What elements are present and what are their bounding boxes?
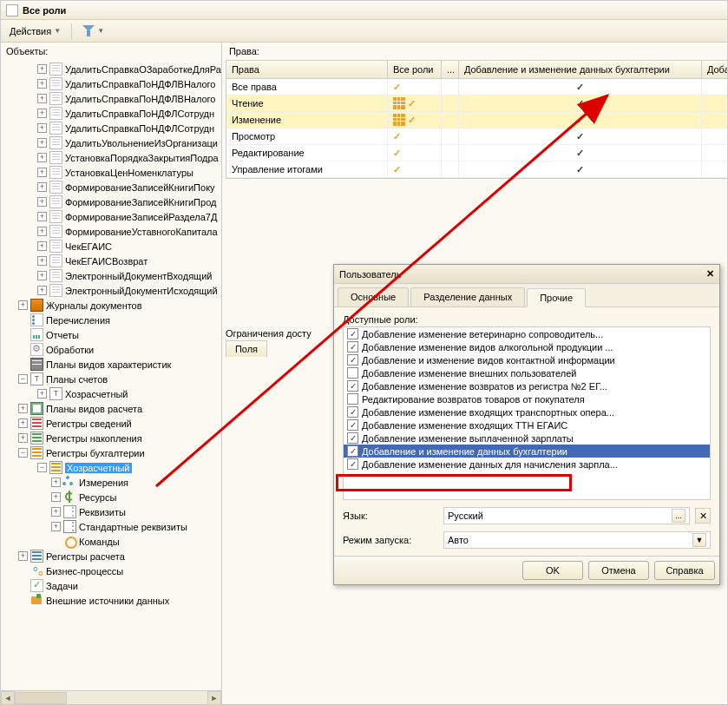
role-item[interactable]: Добавление и изменение видов контактной … (344, 353, 710, 366)
rights-row[interactable]: Просмотр✓✓ (226, 128, 727, 145)
tree-item[interactable]: +УдалитьСправкаПоНДФЛВНалого (1, 91, 221, 106)
expander-icon[interactable]: + (18, 433, 28, 443)
expander-icon[interactable]: − (18, 448, 28, 458)
tree-item-calc-registers[interactable]: +Регистры расчета (1, 549, 221, 563)
expander-icon[interactable]: + (37, 123, 47, 133)
rights-row[interactable]: Изменение ✓✓ (226, 112, 727, 128)
expander-icon[interactable]: + (37, 197, 47, 207)
role-item[interactable]: Добавление изменение ветеринарно сопрово… (344, 327, 710, 340)
tree-item-book-registers[interactable]: −Регистры бухгалтерии (1, 445, 221, 460)
col-header-name[interactable]: Права (226, 61, 388, 79)
scroll-right-icon[interactable]: ► (207, 691, 221, 705)
objects-tree[interactable]: +УдалитьСправкаОЗаработкеДляРа +УдалитьС… (1, 60, 221, 690)
tree-item-dimensions[interactable]: +Измерения (1, 475, 221, 490)
checkbox[interactable] (347, 354, 358, 366)
tree-item[interactable]: +ЧекЕГАИС (1, 239, 221, 254)
expander-icon[interactable]: + (18, 300, 28, 310)
tab-other[interactable]: Прочие (527, 288, 586, 307)
expander-icon[interactable]: + (51, 478, 61, 487)
role-item[interactable]: Добавление изменение входящих ТТН ЕГАИС (344, 418, 710, 432)
tree-item-attributes[interactable]: +Реквизиты (1, 504, 221, 519)
scroll-left-icon[interactable]: ◄ (1, 691, 15, 705)
help-button[interactable]: Справка (654, 561, 715, 580)
tab-fields[interactable]: Поля (226, 340, 267, 357)
expander-icon[interactable]: + (37, 256, 47, 266)
rights-row[interactable]: Управление итогами✓✓ (226, 161, 727, 178)
expander-icon[interactable]: − (18, 374, 28, 384)
tree-item[interactable]: +ФормированиеУставногоКапитала (1, 224, 221, 239)
actions-menu[interactable]: Действия ▼ (6, 24, 64, 38)
expander-icon[interactable]: + (37, 153, 47, 162)
expander-icon[interactable]: + (37, 64, 47, 74)
col-header-all[interactable]: Все роли (388, 61, 442, 79)
checkbox[interactable] (347, 328, 358, 339)
tree-item[interactable]: +ФормированиеЗаписейКнигиПоку (1, 180, 221, 194)
checkbox[interactable] (347, 380, 358, 392)
tab-data-separation[interactable]: Разделение данных (410, 287, 525, 306)
expander-icon[interactable]: + (37, 138, 47, 148)
checkbox[interactable] (347, 419, 358, 431)
role-item[interactable]: Добавление и изменение данных бухгалтери… (344, 445, 710, 458)
scroll-thumb[interactable] (15, 692, 67, 704)
tree-item-selected[interactable]: −Хозрасчетный (1, 460, 221, 475)
role-item[interactable]: Добавление изменение данных для начислен… (344, 458, 710, 471)
tree-item-std-attributes[interactable]: +Стандартные реквизиты (1, 519, 221, 534)
role-item[interactable]: Добавление изменение выплаченной зарплат… (344, 432, 710, 445)
role-item[interactable]: Добавление изменение внешних пользовател… (344, 366, 710, 379)
tree-item[interactable]: +ЭлектронныйДокументВходящий (1, 268, 221, 283)
expander-icon[interactable]: + (37, 182, 47, 192)
col-header-last[interactable]: Добавл (702, 61, 727, 79)
expander-icon[interactable]: + (18, 404, 28, 413)
expander-icon[interactable]: − (37, 463, 47, 472)
clear-button[interactable]: ✕ (695, 508, 711, 524)
tree-item[interactable]: +УстановкаЦенНоменклатуры (1, 165, 221, 180)
chevron-down-icon[interactable]: ▼ (692, 533, 706, 547)
ellipsis-icon[interactable]: ... (672, 509, 685, 523)
tree-item-bp[interactable]: +Бизнес-процессы (1, 563, 221, 578)
tree-item[interactable]: +УстановкаПорядкаЗакрытияПодра (1, 150, 221, 165)
tree-item-tasks[interactable]: +Задачи (1, 578, 221, 593)
checkbox[interactable] (347, 393, 358, 405)
expander-icon[interactable]: + (37, 94, 47, 103)
checkbox[interactable] (347, 458, 358, 470)
close-icon[interactable]: ✕ (706, 268, 714, 280)
checkbox[interactable] (347, 367, 358, 379)
tree-item-info-registers[interactable]: +Регистры сведений (1, 416, 221, 431)
expander-icon[interactable]: + (51, 492, 61, 502)
role-item[interactable]: Добавление изменение входящих транспортн… (344, 405, 710, 418)
expander-icon[interactable]: + (51, 522, 61, 531)
role-item[interactable]: Добавление изменение видов алкогольной п… (344, 340, 710, 353)
checkbox[interactable] (347, 406, 358, 418)
tree-item-processing[interactable]: +Обработки (1, 342, 221, 357)
language-select[interactable]: Русский ... (443, 507, 690, 524)
filter-button[interactable]: ▼ (79, 23, 108, 39)
tree-item[interactable]: +УдалитьСправкаПоНДФЛВНалого (1, 76, 221, 91)
rights-row[interactable]: Чтение ✓✓ (226, 96, 727, 112)
col-header-dots[interactable]: ... (442, 61, 459, 79)
expander-icon[interactable]: + (37, 212, 47, 221)
tree-item-resources[interactable]: +Ресурсы (1, 490, 221, 504)
col-header-add[interactable]: Добавление и изменение данных бухгалтери… (459, 61, 702, 79)
cancel-button[interactable]: Отмена (588, 561, 649, 580)
tree-item[interactable]: +УдалитьСправкаПоНДФЛСотрудн (1, 106, 221, 121)
tree-item[interactable]: +УдалитьУвольнениеИзОрганизаци (1, 135, 221, 150)
tree-item-accounts[interactable]: −Планы счетов (1, 372, 221, 386)
tree-item[interactable]: +УдалитьСправкаОЗаработкеДляРа (1, 62, 221, 76)
tree-item-char-types[interactable]: +Планы видов характеристик (1, 357, 221, 372)
tree-item-reports[interactable]: +Отчеты (1, 327, 221, 342)
horizontal-scrollbar[interactable]: ◄ ► (1, 690, 221, 704)
expander-icon[interactable]: + (18, 551, 28, 561)
checkbox[interactable] (347, 445, 358, 457)
checkbox[interactable] (347, 432, 358, 444)
tree-item-enums[interactable]: +Перечисления (1, 313, 221, 327)
rights-row[interactable]: Все права✓✓ (226, 79, 727, 96)
expander-icon[interactable]: + (37, 271, 47, 280)
rights-row[interactable]: Редактирование✓✓ (226, 145, 727, 161)
startup-mode-select[interactable]: Авто ▼ (443, 531, 711, 549)
tree-item[interactable]: +ФормированиеЗаписейРаздела7Д (1, 209, 221, 224)
tree-item-journals[interactable]: +Журналы документов (1, 298, 221, 313)
expander-icon[interactable]: + (37, 168, 47, 177)
tree-item[interactable]: +УдалитьСправкаПоНДФЛСотрудн (1, 121, 221, 135)
expander-icon[interactable]: + (37, 389, 47, 399)
tree-item[interactable]: +ЧекЕГАИСВозврат (1, 254, 221, 268)
